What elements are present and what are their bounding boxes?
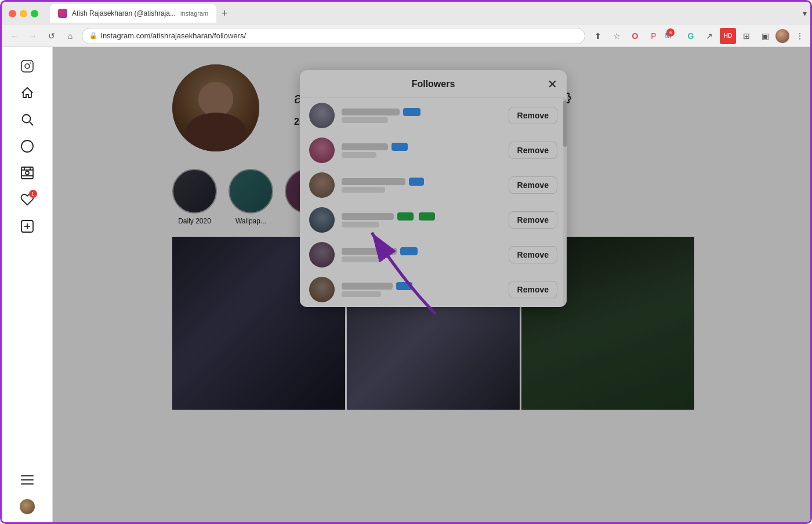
follower-subname-3 [342,187,385,193]
traffic-lights [9,10,38,17]
remove-button-6[interactable]: Remove [509,281,557,298]
remove-button-1[interactable]: Remove [509,107,557,124]
grammarly-extension[interactable]: G [683,28,699,44]
back-button[interactable]: ← [8,29,21,43]
browser-titlebar: Atish Rajasekharan (@atishraja... instag… [2,2,812,25]
svg-point-1 [25,64,30,68]
modal-header: Followers ✕ [300,70,567,98]
follower-info-4 [342,212,502,227]
follower-avatar-3 [309,172,335,198]
chevron-down-icon[interactable]: ▾ [803,9,807,18]
follower-avatar-6 [309,277,335,302]
pocket-extension[interactable]: P [646,28,662,44]
follower-badge-5 [400,247,418,255]
arrow-extension[interactable]: ↗ [701,28,717,44]
follower-row-3: Remove [300,168,567,203]
sidebar-button[interactable]: ▣ [757,28,773,44]
modal-scrollbar-thumb [563,100,567,147]
follower-row-1: Remove [300,98,567,133]
address-bar-row: ← → ↺ ⌂ 🔒 instagram.com/atishrajasekhara… [2,25,812,47]
address-bar[interactable]: 🔒 instagram.com/atishrajasekharan/follow… [82,28,585,44]
follower-row-4: Remove [300,203,567,237]
follower-username-1 [342,109,400,115]
forward-button[interactable]: → [26,29,40,43]
sidebar-item-notifications[interactable]: 1 [20,192,35,207]
tab-title: Atish Rajasekharan (@atishraja... [72,9,176,17]
sidebar-item-logo[interactable] [20,59,35,74]
sidebar-item-search[interactable] [20,112,35,127]
opera-extension[interactable]: O [627,28,643,44]
maximize-window-btn[interactable] [31,10,38,17]
browser-menu-button[interactable]: ⋮ [792,28,808,44]
sidebar-profile-avatar[interactable] [20,499,35,514]
followers-list: Remove Remov [300,98,567,307]
sidebar-item-explore[interactable] [20,139,35,154]
lock-icon: 🔒 [89,32,97,39]
minimize-window-btn[interactable] [20,10,27,17]
follower-badge-6 [396,282,412,290]
follower-info-5 [342,247,502,262]
tab-favicon-icon [58,9,67,18]
hd-extension[interactable]: HD [720,28,736,44]
url-text: instagram.com/atishrajasekharan/follower… [101,31,578,40]
follower-badge-4 [397,212,414,221]
browser-window: Atish Rajasekharan (@atishraja... instag… [2,2,812,524]
instagram-page: 1 [2,47,812,524]
close-window-btn[interactable] [9,10,16,17]
modal-close-button[interactable]: ✕ [548,77,557,91]
follower-avatar-4 [309,207,335,233]
follower-username-3 [342,178,405,185]
follower-info-6 [342,282,502,297]
follower-name-row-1 [342,108,502,116]
follower-name-row-6 [342,282,502,290]
remove-button-3[interactable]: Remove [509,176,557,194]
follower-subname-4 [342,222,379,227]
remove-button-2[interactable]: Remove [509,142,557,159]
svg-point-5 [21,140,33,152]
instagram-main: atishrajasekharan Edit profile Ad tools [53,47,812,524]
new-tab-button[interactable]: + [216,5,233,21]
modal-scrollbar[interactable] [563,98,567,307]
notification-badge: 1 [29,190,37,198]
svg-line-4 [30,122,33,125]
follower-username-4 [342,213,394,220]
follower-username-2 [342,143,388,150]
svg-point-2 [30,63,31,64]
follower-subname-1 [342,117,388,123]
svg-point-3 [22,115,30,123]
follower-username-5 [342,248,397,255]
follower-row-6: Remove [300,272,567,307]
follower-info-3 [342,178,502,193]
tab-close-icon[interactable]: instagram [180,10,208,17]
active-tab[interactable]: Atish Rajasekharan (@atishraja... instag… [50,4,216,23]
remove-button-4[interactable]: Remove [509,211,557,229]
follower-subname-6 [342,291,381,297]
tab-bar: Atish Rajasekharan (@atishraja... instag… [50,4,798,23]
profile-avatar[interactable] [775,29,789,43]
sidebar-item-reels[interactable] [20,165,35,180]
follower-subname-5 [342,256,382,262]
follower-info-1 [342,108,502,123]
extension-badge: 6 [666,28,675,37]
browser-actions: ⬆ ☆ O P M 6 G ↗ HD ⊞ ▣ ⋮ [590,28,808,44]
follower-name-row-4 [342,212,502,221]
follower-badge-2 [392,143,408,151]
ms-extension[interactable]: M 6 [664,28,680,44]
follower-badge-1 [403,108,420,116]
remove-button-5[interactable]: Remove [509,246,557,263]
extensions-button[interactable]: ⊞ [738,28,755,44]
modal-title: Followers [412,79,455,89]
sidebar-item-create[interactable] [20,219,35,234]
follower-badge-4b [419,212,435,221]
sidebar-item-home[interactable] [20,85,35,100]
svg-rect-7 [21,167,33,179]
home-button[interactable]: ⌂ [63,29,77,43]
svg-marker-6 [25,144,30,149]
share-button[interactable]: ⬆ [590,28,606,44]
sidebar-menu-icon[interactable] [20,472,35,487]
follower-name-row-2 [342,143,502,151]
reload-button[interactable]: ↺ [45,29,59,43]
follower-subname-2 [342,152,376,158]
bookmark-button[interactable]: ☆ [608,28,625,44]
follower-name-row-3 [342,178,502,186]
